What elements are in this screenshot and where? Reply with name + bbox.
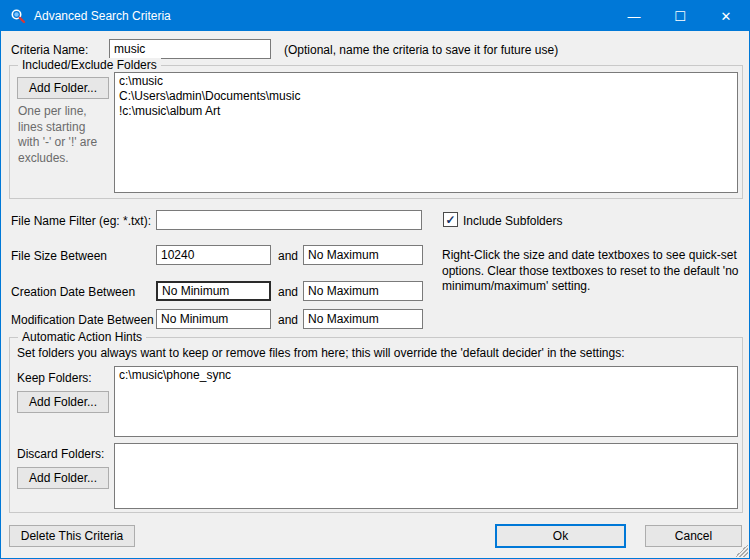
maximize-button[interactable]: ☐ (657, 1, 703, 31)
criteria-name-label: Criteria Name: (11, 43, 88, 57)
include-subfolders-checkbox[interactable]: ✓ (443, 212, 458, 227)
keep-folders-label: Keep Folders: (17, 371, 92, 385)
modification-date-max-input[interactable] (303, 309, 423, 329)
add-folder-button-keep[interactable]: Add Folder... (17, 391, 109, 413)
creation-date-min-input[interactable] (156, 281, 271, 301)
file-name-filter-label: File Name Filter (eg: *.txt): (11, 214, 151, 228)
quickset-hint-text: Right-Click the size and date textboxes … (442, 248, 742, 295)
criteria-name-hint: (Optional, name the criteria to save it … (284, 43, 558, 57)
file-size-label: File Size Between (11, 249, 107, 263)
minimize-button[interactable]: — (611, 1, 657, 31)
modification-date-and-label: and (278, 313, 298, 327)
creation-date-and-label: and (278, 285, 298, 299)
included-folders-help: One per line, lines starting with '-' or… (18, 104, 110, 166)
window-title: Advanced Search Criteria (34, 9, 611, 23)
checkmark-icon: ✓ (445, 214, 455, 226)
creation-date-label: Creation Date Between (11, 285, 135, 299)
ok-button[interactable]: Ok (495, 524, 626, 548)
add-folder-button-discard[interactable]: Add Folder... (17, 467, 109, 489)
cancel-button[interactable]: Cancel (645, 525, 742, 547)
action-hints-group-label: Automatic Action Hints (18, 330, 146, 344)
delete-criteria-button[interactable]: Delete This Criteria (9, 525, 135, 547)
modification-date-min-input[interactable] (156, 309, 271, 329)
titlebar[interactable]: Advanced Search Criteria — ☐ ✕ (1, 1, 749, 31)
app-icon (10, 8, 26, 24)
add-folder-button-included[interactable]: Add Folder... (17, 77, 109, 99)
advanced-search-criteria-dialog: Advanced Search Criteria — ☐ ✕ Criteria … (0, 0, 750, 559)
close-button[interactable]: ✕ (703, 1, 749, 31)
keep-folders-textarea[interactable]: c:\music\phone_sync (114, 366, 738, 437)
file-name-filter-input[interactable] (156, 210, 422, 230)
included-folders-textarea[interactable]: c:\music C:\Users\admin\Documents\music … (114, 72, 738, 193)
included-folders-group-label: Included/Exclude Folders (18, 58, 161, 72)
creation-date-max-input[interactable] (303, 281, 423, 301)
include-subfolders-label: Include Subfolders (463, 214, 562, 228)
discard-folders-label: Discard Folders: (17, 447, 104, 461)
file-size-and-label: and (278, 249, 298, 263)
discard-folders-textarea[interactable] (114, 443, 738, 509)
action-hints-description: Set folders you always want to keep or r… (17, 346, 733, 362)
criteria-name-input[interactable] (109, 39, 271, 59)
resize-grip[interactable] (735, 544, 748, 557)
file-size-max-input[interactable] (303, 245, 423, 265)
file-size-min-input[interactable] (156, 245, 271, 265)
modification-date-label: Modification Date Between (11, 313, 154, 327)
